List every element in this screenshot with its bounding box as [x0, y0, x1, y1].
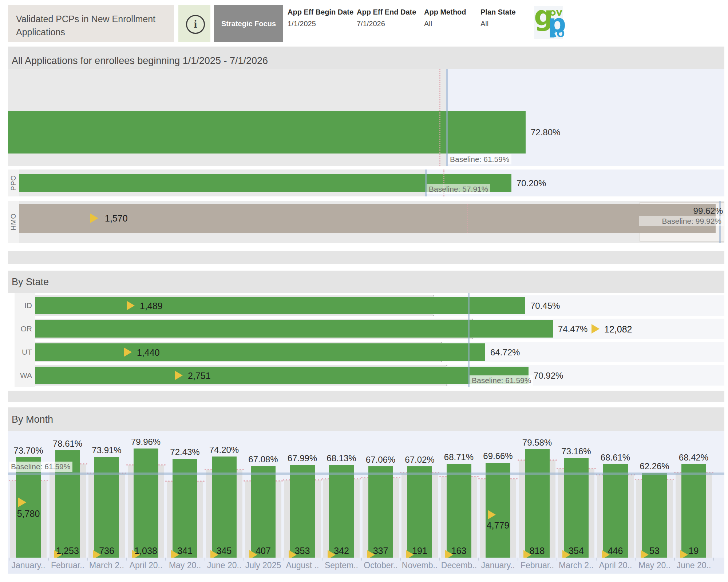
- month-tick-label: April 20..: [596, 561, 635, 570]
- month-value-label: 67.99%: [281, 453, 324, 463]
- month-value-label: 74.20%: [202, 445, 246, 455]
- divider-band-1: [8, 251, 724, 264]
- hmo-dotted-reference-line: [467, 204, 468, 233]
- month-count-label: 1,253: [46, 546, 90, 556]
- month-bar[interactable]: [329, 465, 354, 558]
- month-count-label: 19: [672, 546, 716, 556]
- month-count-label: 345: [202, 546, 246, 556]
- state-bar[interactable]: [35, 297, 525, 314]
- state-flag-icon[interactable]: [175, 371, 183, 380]
- filter-label: App Eff End Date: [357, 8, 416, 16]
- month-tick-label: Februar..: [48, 561, 87, 570]
- month-tick-label: March 2..: [87, 561, 126, 570]
- month-flag-icon[interactable]: [488, 510, 496, 519]
- hmo-count-label: 1,570: [105, 213, 128, 224]
- month-tick-label: Februar..: [518, 561, 557, 570]
- overall-baseline-line: [446, 69, 448, 166]
- month-tick-label: Septem..: [322, 561, 361, 570]
- month-axis-tick: [283, 558, 284, 561]
- month-axis-tick: [713, 558, 714, 561]
- month-axis-tick: [244, 558, 244, 561]
- state-flag-icon[interactable]: [592, 324, 600, 334]
- overall-pane: 72.80%Baseline: 61.59%: [8, 69, 724, 166]
- month-bar[interactable]: [290, 465, 315, 558]
- filter-app-eff-begin-date[interactable]: App Eff Begin Date1/1/2025: [288, 8, 353, 28]
- state-flag-icon[interactable]: [124, 347, 132, 357]
- month-bar[interactable]: [642, 473, 667, 558]
- overall-value-label: 72.80%: [531, 127, 560, 137]
- month-bar[interactable]: [603, 464, 628, 558]
- overall-dotted-reference-line: [439, 69, 440, 166]
- month-axis-tick: [400, 558, 401, 561]
- month-tick-label: July 2025: [244, 561, 283, 570]
- filter-app-eff-end-date[interactable]: App Eff End Date7/1/2026: [357, 8, 416, 28]
- month-axis-tick: [478, 558, 479, 561]
- filter-plan-state[interactable]: Plan StateAll: [480, 8, 516, 28]
- month-tick-label: October..: [361, 561, 400, 570]
- state-flag-icon[interactable]: [127, 301, 135, 310]
- filter-value[interactable]: All: [480, 20, 516, 28]
- month-axis-tick: [361, 558, 362, 561]
- month-baseline-label: Baseline: 61.59%: [9, 462, 72, 472]
- state-bar[interactable]: [35, 367, 529, 384]
- month-bar[interactable]: [134, 449, 158, 558]
- ppo-pane: 70.20%Baseline: 57.91%: [19, 170, 724, 196]
- by-month-title: By Month: [8, 407, 724, 425]
- month-tick-label: January..: [478, 561, 518, 570]
- month-count-label: 53: [633, 546, 676, 556]
- month-count-label: 353: [281, 546, 324, 556]
- month-axis-tick: [165, 558, 166, 561]
- hmo-flag-icon[interactable]: [90, 214, 98, 223]
- month-axis-tick: [439, 558, 440, 561]
- filter-label: App Eff Begin Date: [288, 8, 353, 16]
- month-tick-label: March 2..: [557, 561, 596, 570]
- month-bar[interactable]: [368, 466, 393, 558]
- month-value-label: 67.02%: [398, 455, 442, 465]
- by-state-band: By State: [8, 271, 724, 293]
- month-tick-label: June 20..: [205, 561, 244, 570]
- month-bar[interactable]: [407, 466, 432, 558]
- filter-app-method[interactable]: App MethodAll: [424, 8, 466, 28]
- month-value-label: 73.16%: [554, 446, 598, 457]
- month-count-label: 407: [241, 546, 285, 556]
- month-tick-label: January..: [9, 561, 48, 570]
- month-bar[interactable]: [94, 457, 119, 558]
- state-row-label: ID: [15, 301, 32, 310]
- state-baseline-line: [468, 293, 470, 387]
- month-bar[interactable]: [251, 466, 276, 558]
- strategic-focus-button[interactable]: Strategic Focus: [214, 5, 283, 42]
- month-bar[interactable]: [525, 449, 550, 558]
- dashboard: Validated PCPs in New Enrollment Applica…: [0, 0, 728, 582]
- state-bar[interactable]: [35, 320, 553, 338]
- state-row-label: UT: [15, 348, 32, 356]
- dashboard-title: Validated PCPs in New Enrollment Applica…: [8, 5, 174, 46]
- filter-value[interactable]: 7/1/2026: [357, 20, 416, 28]
- month-count-label: 191: [398, 546, 442, 556]
- state-bar[interactable]: [35, 343, 485, 361]
- month-bar[interactable]: [681, 464, 706, 558]
- month-value-label: 62.26%: [633, 461, 676, 471]
- logo-letters-ro: RO: [549, 28, 565, 39]
- info-button[interactable]: i: [178, 5, 210, 42]
- month-bar[interactable]: [212, 457, 237, 558]
- month-flag-icon[interactable]: [18, 498, 26, 507]
- month-count-label: 337: [359, 546, 403, 556]
- month-bar[interactable]: [447, 464, 471, 558]
- month-value-label: 79.58%: [515, 438, 559, 448]
- ppo-value-label: 70.20%: [517, 178, 546, 188]
- month-value-label: 69.66%: [476, 451, 520, 461]
- section-all-applications-band: All Applications for enrollees beginning…: [8, 47, 724, 69]
- state-value-label: 74.47%: [558, 324, 587, 334]
- month-axis-tick: [126, 558, 127, 561]
- filter-value[interactable]: 1/1/2025: [288, 20, 353, 28]
- govpro-logo: g ov p RO: [534, 6, 563, 39]
- month-count-label: 818: [515, 546, 559, 556]
- filter-value[interactable]: All: [424, 20, 466, 28]
- month-value-label: 67.06%: [359, 455, 403, 465]
- month-value-label: 73.70%: [7, 446, 50, 456]
- dashboard-title-card: Validated PCPs in New Enrollment Applica…: [8, 5, 174, 42]
- state-count-label: 1,489: [140, 301, 163, 311]
- month-count-label: 446: [594, 546, 637, 556]
- month-baseline-line: [8, 473, 724, 475]
- by-state-title: By State: [8, 271, 724, 288]
